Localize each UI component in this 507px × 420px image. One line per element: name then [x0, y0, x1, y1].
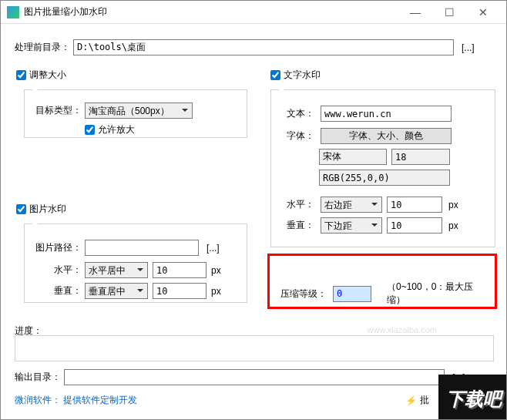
output-dir-row: 输出目录： [...] [15, 369, 492, 385]
logo-overlay: 下载吧 [438, 375, 507, 420]
txtwm-v-px: px [448, 220, 458, 231]
font-color-display: RGB(255,0,0) [319, 170, 450, 186]
minimize-button[interactable]: — [398, 1, 432, 24]
footer-link[interactable]: 提供软件定制开发 [63, 395, 137, 405]
txt-wm-legend [279, 84, 284, 95]
output-dir-input[interactable] [64, 369, 445, 385]
img-path-input[interactable] [85, 240, 199, 256]
imgwm-v-px: px [211, 286, 221, 297]
font-size-display: 18 [391, 149, 450, 165]
font-button[interactable]: 字体、大小、颜色 [321, 128, 452, 144]
txt-wm-check-input[interactable] [270, 70, 280, 80]
lightning-icon: ⚡ [405, 395, 417, 406]
img-path-label: 图片路径： [35, 241, 82, 254]
img-wm-legend [32, 218, 38, 229]
font-label: 字体： [287, 129, 314, 143]
footer-brand[interactable]: 微润软件： [15, 395, 61, 405]
imgwm-h-px: px [211, 265, 221, 276]
compression-label: 压缩等级： [280, 287, 327, 301]
resize-check-label: 调整大小 [29, 69, 66, 82]
img-wm-group: 图片路径： [...] 水平： 水平居中 px 垂直： 垂直居中 px [24, 218, 247, 303]
compression-hint: （0~100，0：最大压缩） [387, 281, 485, 307]
allow-enlarge-label: 允许放大 [98, 123, 135, 136]
txtwm-h-label: 水平： [287, 198, 314, 211]
txt-wm-group: 文本： 字体： 字体、大小、颜色 宋体 18 RGB(255,0,0) 水平： … [270, 84, 495, 247]
compression-input[interactable] [333, 286, 371, 302]
batch-button-area: ⚡ 批 [405, 394, 429, 407]
resize-group: 目标类型： 淘宝商品（500px） 允许放大 [24, 84, 247, 138]
target-type-select[interactable]: 淘宝商品（500px） [85, 102, 193, 119]
app-icon [7, 6, 19, 18]
txt-label: 文本： [287, 107, 314, 120]
source-dir-row: 处理前目录： [...] [15, 39, 492, 55]
maximize-button[interactable]: ☐ [432, 1, 466, 24]
resize-check-input[interactable] [16, 70, 26, 80]
txt-wm-check-label: 文字水印 [284, 69, 321, 82]
site-watermark: www.xiazaiba.com [368, 325, 437, 334]
txtwm-v-offset[interactable] [387, 217, 442, 234]
compression-group: 压缩等级： （0~100，0：最大压缩） [270, 257, 494, 306]
imgwm-v-select[interactable]: 垂直居中 [85, 283, 148, 299]
output-dir-label: 输出目录： [15, 371, 61, 384]
imgwm-h-offset[interactable] [153, 262, 206, 278]
font-name-display: 宋体 [319, 149, 387, 165]
img-wm-check-label: 图片水印 [29, 203, 66, 216]
window: 图片批量缩小加水印 — ☐ ✕ 处理前目录： [...] 调整大小 目标类型： … [0, 0, 507, 420]
imgwm-v-offset[interactable] [153, 283, 206, 299]
resize-checkbox[interactable]: 调整大小 [16, 69, 66, 82]
img-path-browse[interactable]: [...] [206, 243, 220, 254]
allow-enlarge-input[interactable] [85, 125, 95, 135]
txtwm-v-label: 垂直： [287, 219, 314, 232]
progress-box [15, 335, 494, 361]
close-button[interactable]: ✕ [466, 1, 500, 24]
txtwm-h-px: px [448, 200, 458, 210]
img-wm-checkbox[interactable]: 图片水印 [16, 203, 66, 216]
txtwm-v-select[interactable]: 下边距 [321, 217, 382, 234]
window-body: 处理前目录： [...] 调整大小 目标类型： 淘宝商品（500px） 允许放大 [1, 24, 506, 419]
txt-input[interactable] [321, 106, 452, 122]
resize-legend [32, 84, 38, 95]
txt-wm-checkbox[interactable]: 文字水印 [270, 69, 321, 82]
img-wm-check-input[interactable] [16, 204, 26, 214]
imgwm-h-select[interactable]: 水平居中 [85, 262, 148, 278]
titlebar: 图片批量缩小加水印 — ☐ ✕ [1, 1, 506, 24]
batch-label[interactable]: 批 [420, 394, 429, 407]
source-dir-input[interactable] [73, 39, 454, 55]
imgwm-v-label: 垂直： [54, 284, 82, 297]
imgwm-h-label: 水平： [54, 264, 82, 277]
txtwm-h-select[interactable]: 右边距 [321, 197, 382, 213]
window-title: 图片批量缩小加水印 [24, 5, 398, 18]
source-dir-browse[interactable]: [...] [462, 42, 475, 53]
allow-enlarge-checkbox[interactable]: 允许放大 [85, 123, 239, 136]
target-type-label: 目标类型： [35, 104, 82, 117]
footer: 微润软件： 提供软件定制开发 [15, 394, 137, 407]
source-dir-label: 处理前目录： [15, 41, 70, 54]
txtwm-h-offset[interactable] [387, 197, 442, 213]
